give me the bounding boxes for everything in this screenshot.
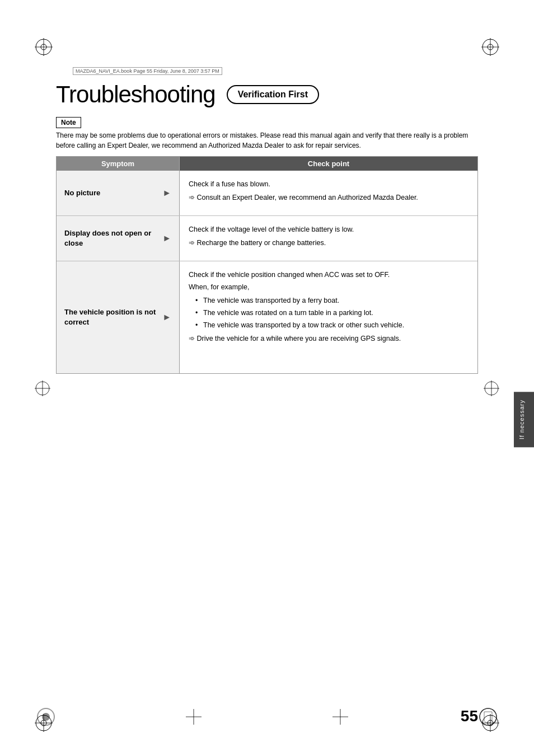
bottom-marks [0, 707, 534, 728]
top-left-reg-mark [35, 38, 53, 56]
bottom-center-crosshair [186, 709, 202, 726]
page-title: Troubleshooting [56, 81, 216, 108]
table-row-display: Display does not open or close ► Check i… [57, 216, 477, 261]
header-checkpoint: Check point [180, 157, 477, 171]
checkpoint-text-3b: When, for example, [189, 281, 469, 293]
arrow-icon-2: ► [162, 232, 171, 245]
bullet-item-1: The vehicle was transported by a ferry b… [195, 295, 469, 306]
symptom-display: Display does not open or close ► [57, 216, 180, 261]
header-symptom: Symptom [57, 157, 180, 171]
checkpoints-display: Check if the voltage level of the vehicl… [180, 216, 477, 261]
note-label-box: Note [56, 117, 81, 128]
symptom-no-picture: No picture ► [57, 171, 180, 215]
note-label: Note [61, 119, 76, 126]
checkpoint-text-1b: ➾ Consult an Expert Dealer, we recommend… [189, 192, 469, 203]
side-tab: If necessary [514, 392, 534, 447]
symptom-vehicle-position: The vehicle position is not correct ► [57, 261, 180, 373]
file-info: MAZDA6_NAVI_EA.book Page 55 Friday, June… [73, 67, 222, 75]
bullet-list-vehicle: The vehicle was transported by a ferry b… [189, 295, 469, 331]
checkpoints-vehicle-position: Check if the vehicle position changed wh… [180, 261, 477, 373]
arrow-icon-1: ► [162, 187, 171, 199]
note-section: Note There may be some problems due to o… [56, 117, 478, 151]
arrow-icon-3: ► [162, 311, 171, 323]
content-area: Troubleshooting Verification First Note … [56, 81, 478, 374]
table-row-vehicle-position: The vehicle position is not correct ► Ch… [57, 261, 477, 373]
verification-badge: Verification First [227, 85, 319, 104]
bullet-item-3: The vehicle was transported by a tow tra… [195, 320, 469, 331]
page-container: MAZDA6_NAVI_EA.book Page 55 Friday, June… [0, 0, 534, 756]
table-row-no-picture: No picture ► Check if a fuse has blown. … [57, 171, 477, 216]
bottom-right-reg-mark [481, 714, 499, 734]
bottom-left-reg-mark [35, 714, 53, 734]
note-text: There may be some problems due to operat… [56, 130, 478, 151]
mid-right-crosshair [484, 381, 499, 398]
checkpoint-text-3a: Check if the vehicle position changed wh… [189, 269, 469, 280]
bullet-item-2: The vehicle was rotated on a turn table … [195, 307, 469, 318]
trouble-table: Symptom Check point No picture ► Check i… [56, 156, 478, 374]
checkpoint-text-2a: Check if the voltage level of the vehicl… [189, 224, 469, 235]
checkpoint-text-3note: ➾ Drive the vehicle for a while where yo… [189, 333, 469, 344]
top-right-reg-mark [481, 38, 499, 56]
checkpoint-text-2b: ➾ Recharge the battery or change batteri… [189, 237, 469, 248]
title-row: Troubleshooting Verification First [56, 81, 478, 108]
mid-left-crosshair [35, 381, 50, 398]
checkpoint-text-1a: Check if a fuse has blown. [189, 179, 469, 190]
bottom-center-right-crosshair [332, 709, 348, 726]
table-header: Symptom Check point [57, 157, 477, 171]
checkpoints-no-picture: Check if a fuse has blown. ➾ Consult an … [180, 171, 477, 215]
